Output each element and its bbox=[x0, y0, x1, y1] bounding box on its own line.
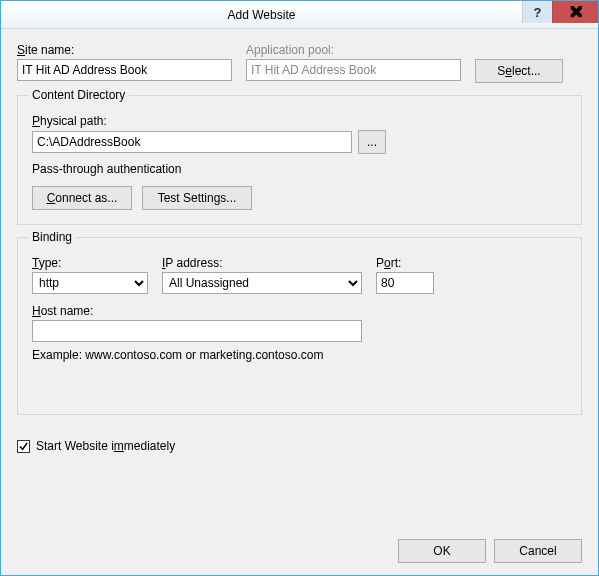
physical-path-input[interactable] bbox=[32, 131, 352, 153]
start-website-checkbox[interactable] bbox=[17, 440, 30, 453]
passthrough-auth-label: Pass-through authentication bbox=[32, 162, 567, 176]
help-icon: ? bbox=[534, 5, 542, 20]
physical-path-label: Physical path: bbox=[32, 114, 567, 128]
host-name-example: Example: www.contoso.com or marketing.co… bbox=[32, 348, 567, 362]
ip-address-select[interactable]: All Unassigned bbox=[162, 272, 362, 294]
close-icon: 🗙 bbox=[569, 4, 583, 20]
ok-button[interactable]: OK bbox=[398, 539, 486, 563]
port-input[interactable] bbox=[376, 272, 434, 294]
select-app-pool-button[interactable]: Select... bbox=[475, 59, 563, 83]
browse-path-button[interactable]: ... bbox=[358, 130, 386, 154]
port-label: Port: bbox=[376, 256, 446, 270]
site-name-input[interactable] bbox=[17, 59, 232, 81]
window-controls: ? 🗙 bbox=[522, 1, 598, 28]
site-name-col: Site name: bbox=[17, 43, 232, 57]
checkmark-icon bbox=[18, 441, 29, 452]
site-row: Site name: Application pool: bbox=[17, 43, 582, 57]
app-pool-label: Application pool: bbox=[246, 43, 461, 57]
start-website-row: Start Website immediately bbox=[17, 439, 582, 453]
dialog-footer: OK Cancel bbox=[398, 539, 582, 563]
binding-legend: Binding bbox=[28, 230, 76, 244]
site-name-label: Site name: bbox=[17, 43, 232, 57]
connect-as-button[interactable]: Connect as... bbox=[32, 186, 132, 210]
dialog-client: Site name: Application pool: Select... C… bbox=[1, 29, 598, 575]
cancel-button[interactable]: Cancel bbox=[494, 539, 582, 563]
titlebar: Add Website ? 🗙 bbox=[1, 1, 598, 29]
help-button[interactable]: ? bbox=[522, 1, 552, 23]
app-pool-input bbox=[246, 59, 461, 81]
app-pool-col: Application pool: bbox=[246, 43, 461, 57]
site-inputs-row: Select... bbox=[17, 59, 582, 83]
dialog-title: Add Website bbox=[1, 8, 522, 22]
content-directory-group: Content Directory Physical path: ... Pas… bbox=[17, 95, 582, 225]
host-name-label: Host name: bbox=[32, 304, 567, 318]
binding-group: Binding Type: IP address: Port: http bbox=[17, 237, 582, 415]
ip-address-label: IP address: bbox=[162, 256, 362, 270]
type-label: Type: bbox=[32, 256, 148, 270]
dialog-window: Add Website ? 🗙 Site name: Application p… bbox=[0, 0, 599, 576]
content-directory-legend: Content Directory bbox=[28, 88, 129, 102]
type-select[interactable]: http bbox=[32, 272, 148, 294]
start-website-label: Start Website immediately bbox=[36, 439, 175, 453]
host-name-input[interactable] bbox=[32, 320, 362, 342]
close-button[interactable]: 🗙 bbox=[552, 1, 598, 23]
test-settings-button[interactable]: Test Settings... bbox=[142, 186, 252, 210]
